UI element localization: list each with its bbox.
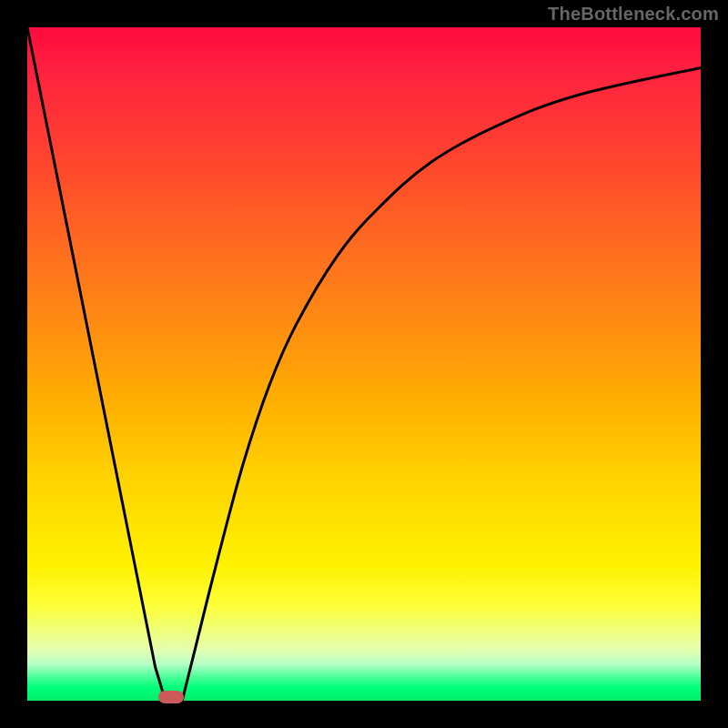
plot-area bbox=[27, 27, 701, 701]
optimum-marker bbox=[158, 691, 183, 703]
chart-frame: TheBottleneck.com bbox=[0, 0, 728, 728]
left-branch-line bbox=[27, 27, 166, 701]
watermark-label: TheBottleneck.com bbox=[548, 4, 719, 25]
right-branch-line bbox=[182, 67, 701, 701]
curve-layer bbox=[27, 27, 701, 701]
